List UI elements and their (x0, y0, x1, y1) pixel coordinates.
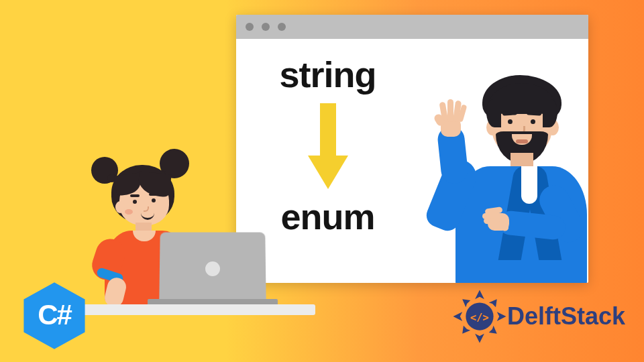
svg-marker-6 (453, 312, 462, 321)
svg-marker-4 (497, 312, 506, 321)
down-arrow-icon (307, 103, 350, 190)
man-figure (417, 64, 588, 283)
delftstack-logo: </> DelftStack (451, 284, 625, 349)
svg-marker-8 (489, 326, 497, 334)
laptop-icon (148, 232, 275, 312)
browser-titlebar (236, 15, 588, 39)
window-dot-close (246, 23, 254, 31)
svg-marker-10 (462, 299, 470, 307)
window-dot-max (278, 23, 286, 31)
keyword-string: string (279, 54, 376, 95)
svg-marker-5 (475, 334, 484, 343)
svg-rect-0 (320, 103, 336, 158)
svg-marker-9 (462, 326, 470, 334)
window-dot-min (262, 23, 270, 31)
desk (80, 304, 315, 315)
csharp-badge-icon: C# (19, 280, 90, 351)
keyword-enum: enum (280, 196, 374, 237)
svg-marker-1 (308, 156, 348, 189)
svg-marker-3 (475, 290, 484, 299)
man-illustration (419, 39, 588, 283)
svg-text:</>: </> (470, 312, 489, 324)
waving-hand-icon (435, 101, 466, 137)
delftstack-emblem-icon: </> (451, 287, 508, 346)
delftstack-label: DelftStack (507, 302, 625, 330)
browser-content: string enum (236, 39, 588, 283)
svg-marker-7 (489, 299, 497, 307)
browser-window: string enum (236, 15, 588, 283)
chest-hand-icon (482, 208, 515, 235)
csharp-label: C# (38, 299, 71, 331)
